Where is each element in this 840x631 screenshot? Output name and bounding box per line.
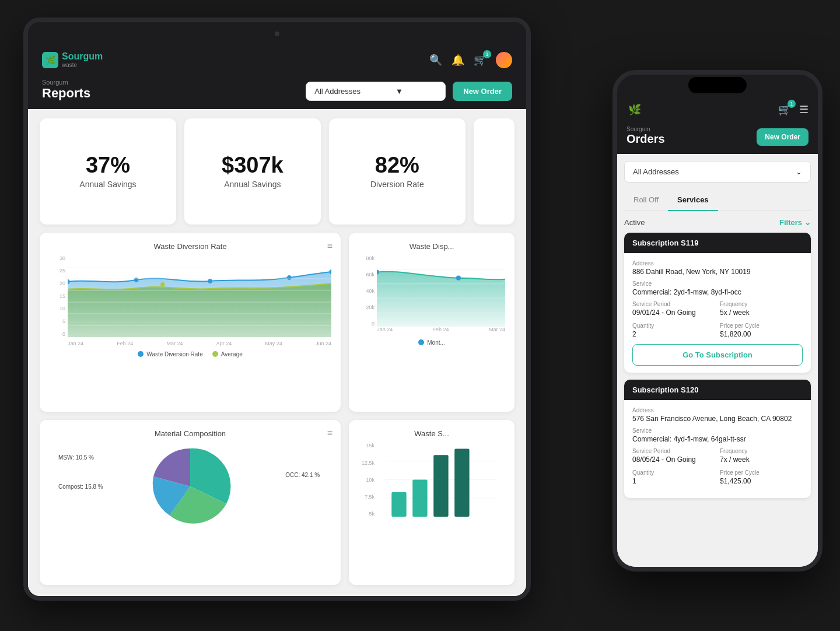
cart-icon[interactable]: 🛒 1	[474, 54, 487, 66]
phone-address-dropdown[interactable]: All Addresses ⌄	[624, 161, 811, 183]
svg-point-2	[208, 279, 212, 283]
chart-row-1: Waste Diversion Rate ≡ 30 25 20 15 10 5 …	[40, 233, 514, 412]
sub-s120-quantity-value: 1	[632, 477, 715, 485]
phone-cart-icon[interactable]: 🛒 1	[778, 103, 791, 116]
waste-s-area: 15k 12.5k 10k 7.5k 5k	[358, 443, 505, 527]
msw-label: MSW: 10.5 %	[58, 454, 94, 461]
legend-dot-blue	[138, 351, 144, 357]
sub-s120-price-field: Price per Cycle $1,425.00	[720, 469, 803, 485]
sub-s119-frequency-field: Frequency 5x / week	[720, 301, 803, 317]
tab-roll-off[interactable]: Roll Off	[624, 190, 668, 211]
filters-row: Active Filters ⌄	[624, 218, 811, 227]
phone-content: 🌿 🛒 1 ☰ Sourgum Orders New Order All Add…	[617, 96, 818, 567]
svg-rect-24	[433, 455, 448, 517]
svg-rect-25	[454, 449, 469, 517]
x-labels: Jan 24 Feb 24 Mar 24 Apr 24 May 24 Jun 2…	[68, 338, 331, 349]
sub-s119-period-label: Service Period	[632, 301, 715, 307]
composition-menu-icon[interactable]: ≡	[327, 428, 332, 439]
waste-diversion-chart: Waste Diversion Rate ≡ 30 25 20 15 10 5 …	[40, 233, 341, 412]
legend-dot-green	[212, 351, 218, 357]
sub-s120-service-label: Service	[632, 427, 803, 434]
legend-waste-diversion: Waste Diversion Rate	[138, 351, 202, 357]
phone-menu-icon[interactable]: ☰	[799, 103, 808, 116]
legend-average: Average	[212, 351, 243, 357]
bar-svg	[377, 443, 505, 517]
disposal-y-labels: 80k 60k 40k 20k 0	[358, 255, 374, 327]
chart-menu-icon[interactable]: ≡	[327, 241, 332, 251]
sub-s120-service-field: Service Commercial: 4yd-fl-msw, 64gal-tt…	[632, 427, 803, 443]
sub-s120-period-field: Service Period 08/05/24 - On Going	[632, 448, 715, 464]
svg-point-13	[456, 275, 461, 280]
waste-disposal-svg	[377, 255, 505, 327]
kpi-row: 37% Annual Savings $307k Annual Savings …	[40, 118, 514, 225]
chevron-down-icon: ⌄	[804, 218, 811, 227]
sub-s120-header: Subscription S120	[624, 380, 811, 400]
chevron-down-icon: ▼	[396, 87, 403, 96]
kpi-label-2: Diversion Rate	[370, 180, 424, 189]
tablet-camera	[275, 31, 279, 36]
subscription-card-s119: Subscription S119 Address 886 Dahill Roa…	[624, 233, 811, 373]
compost-label: Compost: 15.8 %	[58, 483, 103, 490]
svg-rect-22	[391, 492, 406, 517]
page-title: Reports	[42, 86, 90, 101]
waste-diversion-title: Waste Diversion Rate	[49, 242, 331, 251]
sub-s120-grid-1: Service Period 08/05/24 - On Going Frequ…	[632, 448, 803, 464]
phone-page-title: Orders	[626, 132, 665, 146]
address-dropdown-value: All Addresses	[314, 87, 360, 96]
sub-s119-period-value: 09/01/24 - On Going	[632, 309, 715, 317]
waste-diversion-svg	[68, 255, 331, 337]
logo-area: 🌿 Sourgum waste	[42, 51, 103, 68]
tablet-device: 🌿 Sourgum waste 🔍 🔔 🛒 1 Sourgum Repo	[23, 17, 531, 601]
sub-s119-grid-1: Service Period 09/01/24 - On Going Frequ…	[632, 301, 803, 317]
sub-s119-quantity-value: 2	[632, 330, 715, 338]
dashboard: 37% Annual Savings $307k Annual Savings …	[28, 109, 526, 594]
phone-logo-icon: 🌿	[626, 101, 643, 118]
kpi-card-0: 37% Annual Savings	[40, 118, 176, 225]
sub-s120-period-value: 08/05/24 - On Going	[632, 455, 715, 464]
breadcrumb: Sourgum	[42, 79, 90, 86]
sub-s119-frequency-label: Frequency	[720, 301, 803, 307]
phone-cart-badge: 1	[788, 100, 796, 108]
disposal-x-labels: Jan 24 Feb 24 Mar 24	[377, 327, 505, 337]
waste-diversion-chart-area: 30 25 20 15 10 5 0	[49, 255, 331, 349]
sub-s120-service-value: Commercial: 4yd-fl-msw, 64gal-tt-ssr	[632, 435, 803, 443]
avatar[interactable]	[496, 52, 512, 68]
notification-icon[interactable]: 🔔	[452, 54, 464, 66]
chart-row-2: Material Composition ≡ MSW: 10.5 % Compo…	[40, 420, 514, 585]
y-labels: 30 25 20 15 10 5 0	[49, 255, 65, 337]
tablet-top-bar	[28, 22, 526, 45]
filters-button[interactable]: Filters ⌄	[779, 218, 811, 227]
legend-label-0: Waste Diversion Rate	[146, 351, 202, 357]
tab-services[interactable]: Services	[668, 190, 718, 211]
svg-point-5	[160, 282, 164, 287]
sub-s120-address-field: Address 576 San Francisco Avenue, Long B…	[632, 407, 803, 423]
sub-s119-frequency-value: 5x / week	[720, 309, 803, 317]
address-dropdown[interactable]: All Addresses ▼	[306, 82, 446, 101]
phone-tabs: Roll Off Services	[624, 190, 811, 211]
sub-s119-service-label: Service	[632, 281, 803, 287]
sub-s120-address-label: Address	[632, 407, 803, 413]
sourgum-logo-icon: 🌿	[42, 52, 58, 68]
phone-notch	[617, 75, 818, 96]
sub-s120-price-value: $1,425.00	[720, 477, 803, 485]
occ-label: OCC: 42.1 %	[285, 472, 320, 478]
sub-s119-header: Subscription S119	[624, 233, 811, 253]
waste-s-y-labels: 15k 12.5k 10k 7.5k 5k	[358, 443, 374, 517]
phone-scroll[interactable]: All Addresses ⌄ Roll Off Services Active…	[617, 154, 818, 567]
sub-s119-price-value: $1,820.00	[720, 330, 803, 338]
kpi-card-2: 82% Diversion Rate	[329, 118, 466, 225]
new-order-button[interactable]: New Order	[453, 82, 512, 101]
phone-address-value: All Addresses	[633, 167, 679, 176]
kpi-value-1: $307k	[222, 154, 284, 176]
waste-disposal-chart-area: 80k 60k 40k 20k 0	[358, 255, 505, 337]
material-composition-chart: Material Composition ≡ MSW: 10.5 % Compo…	[40, 420, 341, 585]
sub-s120-body: Address 576 San Francisco Avenue, Long B…	[624, 400, 811, 498]
sub-s120-price-label: Price per Cycle	[720, 469, 803, 476]
kpi-label-1: Annual Savings	[224, 180, 281, 189]
kpi-card-1: $307k Annual Savings	[184, 118, 321, 225]
sub-s119-service-field: Service Commercial: 2yd-fl-msw, 8yd-fl-o…	[632, 281, 803, 296]
search-icon[interactable]: 🔍	[429, 54, 442, 66]
sub-s120-quantity-label: Quantity	[632, 469, 715, 476]
phone-new-order-button[interactable]: New Order	[757, 128, 808, 146]
go-to-subscription-s119-button[interactable]: Go To Subscription	[632, 344, 803, 366]
